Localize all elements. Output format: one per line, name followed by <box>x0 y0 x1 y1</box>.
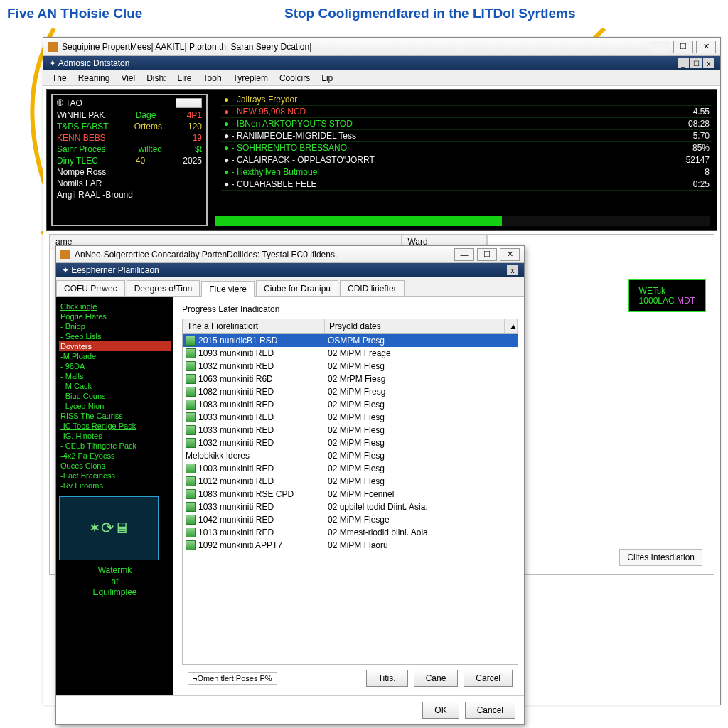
sub-max[interactable]: ☐ <box>690 58 702 68</box>
nav-item[interactable]: - Bniop <box>59 321 171 331</box>
menu-coolcirs[interactable]: Coolcirs <box>274 72 316 85</box>
list-item[interactable]: 1033 munkiniti RED02 upbilel todid Diint… <box>183 500 518 513</box>
list-item[interactable]: 1013 munkiniti RED02 Mmest-rlodid blini.… <box>183 526 518 539</box>
list-item[interactable]: 1083 munkiniti RED02 MiPM Flesg <box>183 398 518 411</box>
status-row: ● - CALAIRFACK - OPPLASTO"JORRT52147 <box>221 154 712 166</box>
list-item[interactable]: 1042 munkiniti RED02 MiPM Flesge <box>183 513 518 526</box>
callout-top-left: Five AN THoisie Clue <box>7 6 142 21</box>
lower-footer-label: Clites Intesdiation <box>619 549 702 566</box>
list-item[interactable]: 1093 munkiniti RED02 MiPM Freage <box>183 347 518 360</box>
nav-item[interactable]: -IG. Hinotes <box>59 431 171 441</box>
ok-button[interactable]: OK <box>422 702 459 719</box>
menu-the[interactable]: The <box>46 72 73 85</box>
list-item[interactable]: 1032 munkiniti RED02 MiPM Flesg <box>183 437 518 449</box>
dark-panel: ® TAO TEIL WiNHIL PAKDage4P1T&PS FABSTOr… <box>46 89 717 231</box>
menu-viel[interactable]: Viel <box>115 72 141 85</box>
carcel-button[interactable]: Carcel <box>464 670 513 687</box>
file-grid: The a Fioreliriatiort Prsyold dates ▲ 20… <box>182 318 518 665</box>
list-item[interactable]: 1033 munkiniti RED02 MiPM Fiesg <box>183 411 518 424</box>
menu-tooh[interactable]: Tooh <box>198 72 228 85</box>
grid-col1[interactable]: The a Fioreliriatiort <box>183 319 325 333</box>
dialog-inner-close[interactable]: x <box>507 265 518 275</box>
nav-item[interactable]: - Malls <box>59 371 171 381</box>
right-list: ● - Jallrays Freydor● - NEW 95,908 NCD4.… <box>215 94 712 226</box>
status-row: ● - Jallrays Freydor <box>221 94 712 106</box>
dialog-tabs: COFU PrrwecDeegres o!TinnFlue viereCiube… <box>56 277 524 297</box>
tag-row: Sainr Proceswillted$t <box>57 144 202 155</box>
menu-reariing[interactable]: Reariing <box>73 72 116 85</box>
nav-tree[interactable]: Chck inglePogrie Flates- Bniop- Seep Lis… <box>56 297 173 695</box>
nav-item[interactable]: RISS The Cauriss <box>59 411 171 421</box>
list-item[interactable]: 1012 munkiniti RED02 MiPM Flesg <box>183 475 518 488</box>
menu-lire[interactable]: Lire <box>172 72 198 85</box>
sub-titlebar[interactable]: ✦ Admosic Dntstaton _ ☐ x <box>43 56 720 70</box>
list-item[interactable]: Melobkikk Ideres02 MiPM Flesg <box>183 449 518 462</box>
maximize-button[interactable]: ☐ <box>673 41 693 53</box>
list-item[interactable]: 1083 munkiniti RSE CPD02 MiPM Fcennel <box>183 488 518 500</box>
list-item[interactable]: 1003 munkiniti RED02 MiPM Fiesg <box>183 462 518 475</box>
nav-item[interactable]: -Eact Braciness <box>59 471 171 481</box>
list-item[interactable]: 2015 nunidicB1 RSDOSMPM Presg <box>183 334 518 347</box>
status-row: ● - CULAHASBLE FELE0:25 <box>221 178 712 191</box>
file-icon <box>186 348 196 358</box>
tab-4[interactable]: CDID liriefter <box>340 280 405 296</box>
cane-button[interactable]: Cane <box>414 670 459 687</box>
list-item[interactable]: 1092 munkiniti APPT702 MiPM Flaoru <box>183 539 518 552</box>
dialog-outer-titlebar[interactable]: AnNeo-Soigerertice Concardalby PortenDol… <box>56 246 524 263</box>
watermark-icon: ✶⟳🖥 <box>59 496 159 560</box>
callout-top-right: Stop Cooligmendfared in the LITDol Syrtl… <box>284 6 576 21</box>
nav-item[interactable]: - 96DA <box>59 361 171 371</box>
tab-1[interactable]: Deegres o!Tinn <box>127 280 200 296</box>
list-label: Progress Later Inadicaton <box>182 304 518 314</box>
nav-item[interactable]: - Biup Couns <box>59 391 171 401</box>
dialog-close[interactable]: ✕ <box>500 248 520 261</box>
list-item[interactable]: 1063 munkiniti R6D02 MrPM Fiesg <box>183 373 518 385</box>
nav-item[interactable]: -M Ploade <box>59 351 171 361</box>
menu-tyreplem[interactable]: Tyreplem <box>228 72 274 85</box>
menu-lip[interactable]: Lip <box>316 72 338 85</box>
dialog-min[interactable]: — <box>454 248 474 261</box>
dialog-window: AnNeo-Soigerertice Concardalby PortenDol… <box>55 245 525 725</box>
list-item[interactable]: 1082 munkiniti RED02 MiPM Fresg <box>183 385 518 398</box>
file-icon <box>186 361 196 371</box>
status-row: ● - IBNen ARKTOPYOUTS STOD08:28 <box>221 118 712 130</box>
app-icon <box>48 42 58 52</box>
tab-2[interactable]: Flue viere <box>201 281 255 297</box>
nav-item[interactable]: - Lyced Nionl <box>59 401 171 411</box>
teil-button[interactable]: TEIL <box>176 98 202 108</box>
dialog-max[interactable]: ☐ <box>477 248 497 261</box>
nav-item[interactable]: Chck ingle <box>59 301 171 311</box>
list-item[interactable]: 1033 munkiniti RED02 MiPM Flesg <box>183 424 518 437</box>
nav-item[interactable]: Pogrie Flates <box>59 311 171 321</box>
minimize-button[interactable]: — <box>651 41 670 53</box>
cancel-button[interactable]: Cancel <box>465 702 515 719</box>
tab-3[interactable]: Ciube for Dranipu <box>256 280 338 296</box>
tab-0[interactable]: COFU Prrwec <box>56 280 125 296</box>
main-titlebar[interactable]: Sequipine PropertMees| AAKITL| P:orton t… <box>43 38 720 56</box>
nav-item[interactable]: Ouces Clons <box>59 461 171 471</box>
grid-scroll-up[interactable]: ▲ <box>505 319 518 333</box>
titis-button[interactable]: Titis. <box>366 670 408 687</box>
list-item[interactable]: 1032 munkiniti RED02 MiPM Flesg <box>183 360 518 373</box>
dialog-inner-titlebar[interactable]: ✦ Eespherner Planilicaon x <box>56 263 524 277</box>
tag-row: Nompe Ross <box>57 166 202 178</box>
nav-item[interactable]: -Rv Firooms <box>59 481 171 491</box>
grid-body[interactable]: 2015 nunidicB1 RSDOSMPM Presg1093 munkin… <box>183 334 518 633</box>
file-icon <box>186 336 196 346</box>
grid-col2[interactable]: Prsyold dates <box>325 319 505 333</box>
sub-close[interactable]: x <box>703 58 714 68</box>
nav-item[interactable]: -IC Toos Renige Pack <box>59 421 171 431</box>
nav-item[interactable]: -4x2 Pa Eyocss <box>59 451 171 461</box>
nav-item[interactable]: Dovnters <box>59 341 171 351</box>
menu-dish:[interactable]: Dish: <box>141 72 171 85</box>
close-button[interactable]: ✕ <box>696 41 716 53</box>
main-title: Sequipine PropertMees| AAKITL| P:orton t… <box>62 42 311 52</box>
nav-item[interactable]: - CELb Tihngete Pack <box>59 441 171 451</box>
file-icon <box>186 425 196 435</box>
nav-item[interactable]: - Seep Lisls <box>59 331 171 341</box>
sub-min[interactable]: _ <box>678 58 689 68</box>
tag-row: Diny TLEC402025 <box>57 155 202 166</box>
foot-checkbox[interactable]: ¬Omen tlert Poses P% <box>188 672 277 685</box>
nav-item[interactable]: - M Cack <box>59 381 171 391</box>
file-icon <box>186 528 196 537</box>
